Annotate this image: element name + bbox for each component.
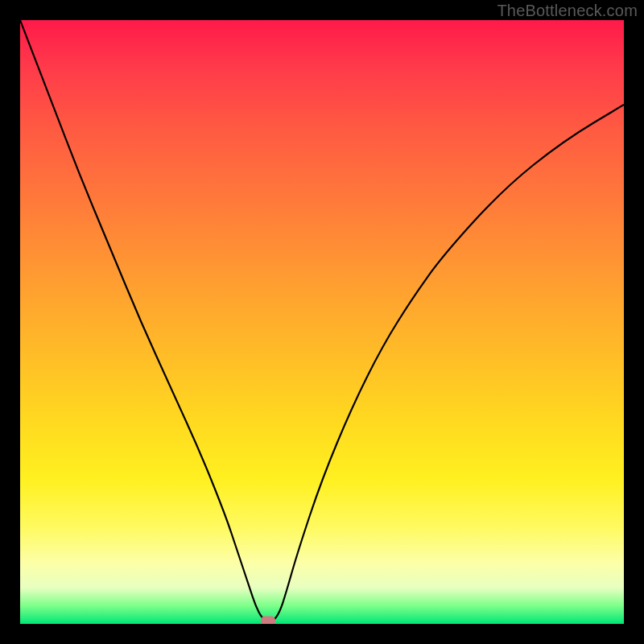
chart-frame: TheBottleneck.com xyxy=(0,0,644,644)
plot-area xyxy=(20,20,624,624)
optimum-marker xyxy=(261,617,275,624)
curve-path xyxy=(20,20,624,621)
watermark-text: TheBottleneck.com xyxy=(497,2,638,20)
bottleneck-curve xyxy=(20,20,624,624)
